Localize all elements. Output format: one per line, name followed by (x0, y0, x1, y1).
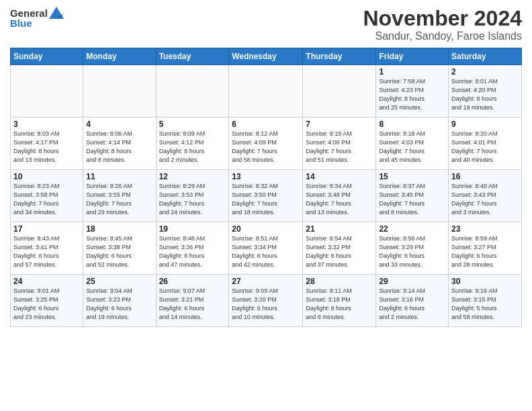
day-number: 8 (379, 120, 445, 129)
calendar-cell: 27Sunrise: 9:09 AM Sunset: 3:20 PM Dayli… (229, 275, 303, 327)
day-of-week-header: Thursday (303, 48, 376, 65)
day-info: Sunrise: 8:45 AM Sunset: 3:38 PM Dayligh… (86, 234, 152, 269)
day-info: Sunrise: 8:09 AM Sunset: 4:12 PM Dayligh… (159, 130, 226, 165)
calendar-cell: 23Sunrise: 8:59 AM Sunset: 3:27 PM Dayli… (449, 222, 522, 275)
day-number: 14 (306, 172, 373, 181)
calendar-cell: 29Sunrise: 9:14 AM Sunset: 3:16 PM Dayli… (376, 275, 449, 327)
day-number: 30 (451, 277, 519, 286)
svg-marker-0 (49, 7, 64, 19)
day-number: 25 (86, 277, 152, 286)
calendar-cell: 2Sunrise: 8:01 AM Sunset: 4:20 PM Daylig… (449, 65, 522, 118)
calendar-week-row: 10Sunrise: 8:23 AM Sunset: 3:58 PM Dayli… (11, 170, 522, 222)
calendar-week-row: 24Sunrise: 9:01 AM Sunset: 3:25 PM Dayli… (11, 275, 522, 327)
day-info: Sunrise: 8:59 AM Sunset: 3:27 PM Dayligh… (451, 234, 519, 269)
day-info: Sunrise: 9:16 AM Sunset: 3:15 PM Dayligh… (451, 287, 519, 322)
calendar-cell: 12Sunrise: 8:29 AM Sunset: 3:53 PM Dayli… (156, 170, 229, 222)
day-number: 9 (451, 120, 519, 129)
calendar-cell: 15Sunrise: 8:37 AM Sunset: 3:45 PM Dayli… (376, 170, 449, 222)
day-info: Sunrise: 8:18 AM Sunset: 4:03 PM Dayligh… (379, 130, 445, 165)
day-of-week-header: Sunday (11, 48, 83, 65)
day-info: Sunrise: 8:29 AM Sunset: 3:53 PM Dayligh… (159, 182, 226, 217)
day-number: 16 (451, 172, 519, 181)
day-number: 12 (159, 172, 226, 181)
calendar-cell (229, 65, 303, 118)
day-info: Sunrise: 9:11 AM Sunset: 3:18 PM Dayligh… (306, 287, 373, 322)
day-info: Sunrise: 9:14 AM Sunset: 3:16 PM Dayligh… (379, 287, 445, 322)
calendar-cell: 5Sunrise: 8:09 AM Sunset: 4:12 PM Daylig… (156, 118, 229, 170)
day-info: Sunrise: 9:01 AM Sunset: 3:25 PM Dayligh… (13, 287, 80, 322)
calendar-header-row: SundayMondayTuesdayWednesdayThursdayFrid… (11, 48, 522, 65)
day-info: Sunrise: 8:34 AM Sunset: 3:48 PM Dayligh… (306, 182, 373, 217)
calendar-cell (156, 65, 229, 118)
day-info: Sunrise: 8:01 AM Sunset: 4:20 PM Dayligh… (451, 77, 519, 112)
calendar-cell: 3Sunrise: 8:03 AM Sunset: 4:17 PM Daylig… (11, 118, 83, 170)
calendar-cell: 19Sunrise: 8:48 AM Sunset: 3:36 PM Dayli… (156, 222, 229, 275)
calendar-cell: 7Sunrise: 8:15 AM Sunset: 4:06 PM Daylig… (303, 118, 376, 170)
calendar-cell: 1Sunrise: 7:58 AM Sunset: 4:23 PM Daylig… (376, 65, 449, 118)
day-number: 13 (232, 172, 300, 181)
day-number: 20 (232, 224, 300, 234)
day-number: 4 (86, 120, 152, 129)
calendar-cell (83, 65, 156, 118)
calendar-week-row: 3Sunrise: 8:03 AM Sunset: 4:17 PM Daylig… (11, 118, 522, 170)
calendar-cell: 18Sunrise: 8:45 AM Sunset: 3:38 PM Dayli… (83, 222, 156, 275)
day-number: 10 (13, 172, 80, 181)
calendar-cell (303, 65, 376, 118)
day-info: Sunrise: 9:04 AM Sunset: 3:23 PM Dayligh… (86, 287, 152, 322)
calendar-cell: 26Sunrise: 9:07 AM Sunset: 3:21 PM Dayli… (156, 275, 229, 327)
calendar-cell: 6Sunrise: 8:12 AM Sunset: 4:09 PM Daylig… (229, 118, 303, 170)
day-number: 21 (306, 224, 373, 234)
day-of-week-header: Tuesday (156, 48, 229, 65)
day-info: Sunrise: 8:48 AM Sunset: 3:36 PM Dayligh… (159, 234, 226, 269)
day-number: 2 (451, 67, 519, 77)
calendar-cell: 14Sunrise: 8:34 AM Sunset: 3:48 PM Dayli… (303, 170, 376, 222)
day-info: Sunrise: 8:06 AM Sunset: 4:14 PM Dayligh… (86, 130, 152, 165)
calendar-cell: 9Sunrise: 8:20 AM Sunset: 4:01 PM Daylig… (449, 118, 522, 170)
logo-icon (49, 7, 64, 19)
calendar-week-row: 17Sunrise: 8:43 AM Sunset: 3:41 PM Dayli… (11, 222, 522, 275)
day-info: Sunrise: 8:37 AM Sunset: 3:45 PM Dayligh… (379, 182, 445, 217)
calendar-cell: 17Sunrise: 8:43 AM Sunset: 3:41 PM Dayli… (11, 222, 83, 275)
day-info: Sunrise: 8:23 AM Sunset: 3:58 PM Dayligh… (13, 182, 80, 217)
logo: General Blue (10, 7, 64, 29)
day-number: 19 (159, 224, 226, 234)
day-info: Sunrise: 8:03 AM Sunset: 4:17 PM Dayligh… (13, 130, 80, 165)
calendar-cell: 28Sunrise: 9:11 AM Sunset: 3:18 PM Dayli… (303, 275, 376, 327)
calendar-cell: 25Sunrise: 9:04 AM Sunset: 3:23 PM Dayli… (83, 275, 156, 327)
calendar-cell: 30Sunrise: 9:16 AM Sunset: 3:15 PM Dayli… (449, 275, 522, 327)
day-number: 23 (451, 224, 519, 234)
day-number: 11 (86, 172, 152, 181)
calendar-cell: 10Sunrise: 8:23 AM Sunset: 3:58 PM Dayli… (11, 170, 83, 222)
location-title: Sandur, Sandoy, Faroe Islands (363, 30, 522, 42)
header: General Blue November 2024 Sandur, Sando… (10, 7, 522, 42)
day-of-week-header: Friday (376, 48, 449, 65)
day-number: 6 (232, 120, 300, 129)
day-info: Sunrise: 8:20 AM Sunset: 4:01 PM Dayligh… (451, 130, 519, 165)
calendar-cell: 8Sunrise: 8:18 AM Sunset: 4:03 PM Daylig… (376, 118, 449, 170)
month-title: November 2024 (363, 7, 522, 30)
day-of-week-header: Wednesday (229, 48, 303, 65)
calendar-cell: 11Sunrise: 8:26 AM Sunset: 3:55 PM Dayli… (83, 170, 156, 222)
calendar-cell: 13Sunrise: 8:32 AM Sunset: 3:50 PM Dayli… (229, 170, 303, 222)
day-of-week-header: Saturday (449, 48, 522, 65)
calendar-cell: 22Sunrise: 8:56 AM Sunset: 3:29 PM Dayli… (376, 222, 449, 275)
calendar-cell (11, 65, 83, 118)
day-number: 17 (13, 224, 80, 234)
logo-blue-text: Blue (10, 17, 32, 29)
day-number: 7 (306, 120, 373, 129)
day-number: 5 (159, 120, 226, 129)
day-info: Sunrise: 8:12 AM Sunset: 4:09 PM Dayligh… (232, 130, 300, 165)
day-info: Sunrise: 8:15 AM Sunset: 4:06 PM Dayligh… (306, 130, 373, 165)
day-info: Sunrise: 8:40 AM Sunset: 3:43 PM Dayligh… (451, 182, 519, 217)
day-of-week-header: Monday (83, 48, 156, 65)
day-info: Sunrise: 9:09 AM Sunset: 3:20 PM Dayligh… (232, 287, 300, 322)
day-info: Sunrise: 8:56 AM Sunset: 3:29 PM Dayligh… (379, 234, 445, 269)
day-number: 24 (13, 277, 80, 286)
day-number: 26 (159, 277, 226, 286)
day-number: 18 (86, 224, 152, 234)
day-number: 27 (232, 277, 300, 286)
calendar-cell: 24Sunrise: 9:01 AM Sunset: 3:25 PM Dayli… (11, 275, 83, 327)
calendar-table: SundayMondayTuesdayWednesdayThursdayFrid… (10, 48, 522, 327)
calendar-cell: 4Sunrise: 8:06 AM Sunset: 4:14 PM Daylig… (83, 118, 156, 170)
calendar-cell: 16Sunrise: 8:40 AM Sunset: 3:43 PM Dayli… (449, 170, 522, 222)
